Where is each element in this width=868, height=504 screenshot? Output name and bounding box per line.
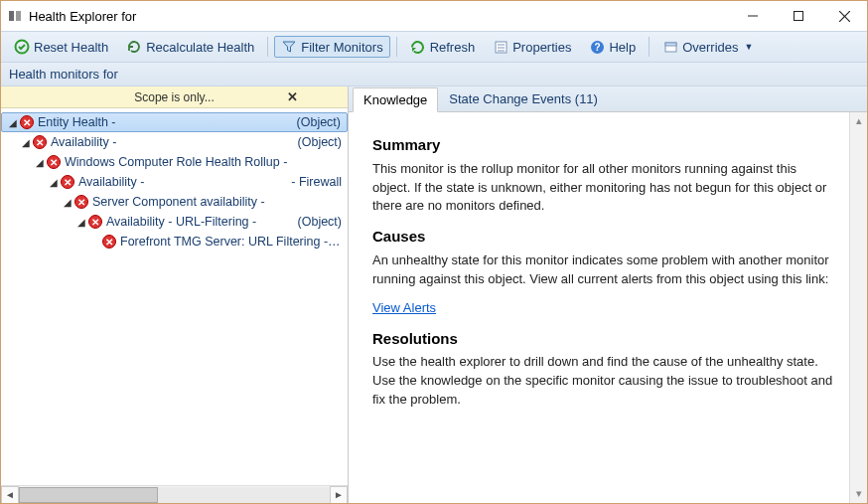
window-close-button[interactable] <box>821 1 867 31</box>
help-icon: ? <box>589 39 605 55</box>
error-state-icon: ✕ <box>102 235 116 249</box>
refresh-label: Refresh <box>430 40 476 55</box>
svg-text:?: ? <box>594 42 600 53</box>
recalculate-health-label: Recalculate Health <box>146 40 254 55</box>
tab-knowledge[interactable]: Knowledge <box>353 87 438 112</box>
properties-icon <box>493 39 508 55</box>
window-maximize-button[interactable] <box>776 1 821 31</box>
collapse-icon[interactable]: ◢ <box>6 117 20 128</box>
overrides-label: Overrides <box>682 40 738 55</box>
filter-monitors-label: Filter Monitors <box>301 40 382 55</box>
monitor-tree[interactable]: ◢✕Entity Health -(Object)◢✕Availability … <box>1 108 348 485</box>
scroll-up-button[interactable]: ▴ <box>850 112 868 130</box>
scope-label: Scope is only... <box>134 90 214 104</box>
subheader-label: Health monitors for <box>1 63 867 86</box>
details-pane: Knowledge State Change Events (11) Summa… <box>349 86 867 503</box>
app-icon <box>7 8 23 24</box>
recalculate-health-button[interactable]: Recalculate Health <box>119 36 261 58</box>
knowledge-content: Summary This monitor is the rollup monit… <box>349 112 867 503</box>
tree-node-trail: (Object) <box>298 215 342 229</box>
horizontal-scrollbar[interactable]: ◄ ► <box>1 485 348 503</box>
collapse-icon[interactable]: ◢ <box>61 197 74 208</box>
tree-node-windows-computer-role-health-rollup[interactable]: ◢✕Windows Computer Role Health Rollup - <box>1 152 348 172</box>
error-state-icon: ✕ <box>20 115 34 129</box>
svg-rect-0 <box>9 11 14 21</box>
tree-node-label: Server Component availability - <box>92 195 342 209</box>
refresh-icon <box>410 39 426 55</box>
tree-node-availability-firewall[interactable]: ◢✕Availability -- Firewall <box>1 172 348 192</box>
tree-node-label: Availability - <box>78 175 291 189</box>
tree-node-trail: (Object) <box>297 115 341 129</box>
scope-close-button[interactable]: ✕ <box>287 89 298 104</box>
summary-text: This monitor is the rollup monitor for a… <box>372 160 837 217</box>
scroll-down-button[interactable]: ▾ <box>850 485 868 503</box>
tree-node-server-component-availability[interactable]: ◢✕Server Component availability - <box>1 192 348 212</box>
tree-node-forefront-tmg-url-filtering[interactable]: ✕Forefront TMG Server: URL Filtering - S… <box>1 232 348 252</box>
tree-node-availability-object[interactable]: ◢✕Availability -(Object) <box>1 132 348 152</box>
toolbar-separator <box>649 37 650 57</box>
tree-node-label: Windows Computer Role Health Rollup - <box>65 155 342 169</box>
toolbar-separator <box>267 37 268 57</box>
error-state-icon: ✕ <box>74 195 88 209</box>
error-state-icon: ✕ <box>47 155 61 169</box>
properties-label: Properties <box>512 40 571 55</box>
collapse-icon[interactable]: ◢ <box>19 137 33 148</box>
chevron-down-icon: ▼ <box>745 42 754 52</box>
tree-node-label: Entity Health - <box>38 115 297 129</box>
overrides-button[interactable]: Overrides ▼ <box>655 36 760 58</box>
collapse-icon[interactable]: ◢ <box>47 177 61 188</box>
tree-node-trail: (Object) <box>298 135 342 149</box>
svg-rect-3 <box>795 12 803 21</box>
resolutions-heading: Resolutions <box>372 328 837 350</box>
tree-node-label: Forefront TMG Server: URL Filtering - Se… <box>120 235 342 249</box>
scroll-right-button[interactable]: ► <box>330 486 348 504</box>
tree-node-availability-url-filtering[interactable]: ◢✕Availability - URL-Filtering -(Object) <box>1 212 348 232</box>
causes-heading: Causes <box>372 226 837 248</box>
view-alerts-link[interactable]: View Alerts <box>372 300 436 315</box>
help-button[interactable]: ? Help <box>582 36 643 58</box>
filter-icon <box>281 39 297 55</box>
tree-pane: Scope is only... ✕ ◢✕Entity Health -(Obj… <box>1 86 349 503</box>
check-circle-icon <box>14 39 30 55</box>
collapse-icon[interactable]: ◢ <box>74 217 88 228</box>
tree-node-trail: - Firewall <box>291 175 342 189</box>
svg-rect-14 <box>665 43 676 46</box>
tree-node-label: Availability - <box>51 135 298 149</box>
window-minimize-button[interactable] <box>730 1 776 31</box>
tree-node-label: Availability - URL-Filtering - <box>106 215 298 229</box>
scroll-track[interactable] <box>19 487 330 503</box>
error-state-icon: ✕ <box>61 175 74 189</box>
error-state-icon: ✕ <box>33 135 47 149</box>
window-title: Health Explorer for <box>29 9 730 24</box>
toolbar: Reset Health Recalculate Health Filter M… <box>1 31 867 63</box>
causes-text: An unhealthy state for this monitor indi… <box>372 252 837 289</box>
collapse-icon[interactable]: ◢ <box>33 157 47 168</box>
filter-monitors-button[interactable]: Filter Monitors <box>274 36 389 58</box>
refresh-button[interactable]: Refresh <box>403 36 483 58</box>
tab-state-change-events[interactable]: State Change Events (11) <box>438 86 609 111</box>
toolbar-separator <box>396 37 397 57</box>
resolutions-text: Use the health explorer to drill down an… <box>372 353 837 410</box>
titlebar: Health Explorer for <box>1 1 867 31</box>
help-label: Help <box>609 40 636 55</box>
reset-health-button[interactable]: Reset Health <box>7 36 115 58</box>
overrides-icon <box>662 39 678 55</box>
scroll-thumb[interactable] <box>19 487 158 503</box>
tab-strip: Knowledge State Change Events (11) <box>349 86 867 112</box>
error-state-icon: ✕ <box>88 215 102 229</box>
svg-rect-1 <box>16 11 21 21</box>
scope-bar[interactable]: Scope is only... ✕ <box>1 86 348 108</box>
tree-node-entity-health[interactable]: ◢✕Entity Health -(Object) <box>1 112 348 132</box>
main-split: Scope is only... ✕ ◢✕Entity Health -(Obj… <box>1 86 867 503</box>
properties-button[interactable]: Properties <box>486 36 578 58</box>
vertical-scrollbar[interactable]: ▴ ▾ <box>849 112 867 503</box>
summary-heading: Summary <box>372 134 837 156</box>
recalculate-icon <box>126 39 142 55</box>
reset-health-label: Reset Health <box>34 40 108 55</box>
scroll-left-button[interactable]: ◄ <box>1 486 19 504</box>
